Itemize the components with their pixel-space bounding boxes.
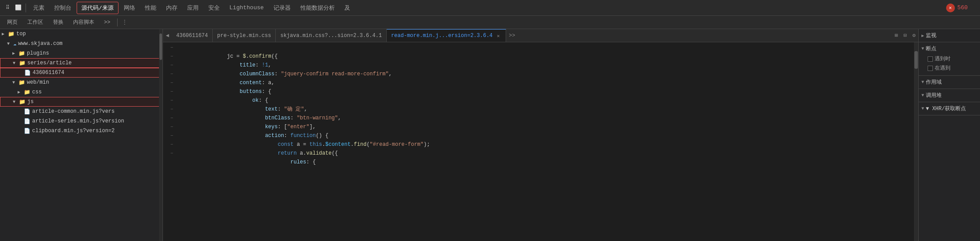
breakpoints-label: 断点	[926, 45, 936, 52]
tabs-back-arrow[interactable]: ◀	[163, 29, 172, 42]
tree-item-article-series[interactable]: 📄 article-series.min.js?version	[0, 116, 163, 126]
tree-item-series-article[interactable]: ▼ 📁 series/article	[0, 58, 163, 68]
breakpoint-checkbox-2[interactable]	[928, 66, 933, 71]
error-badge: ✕	[946, 4, 955, 12]
call-stack-label: 调用堆	[926, 92, 942, 99]
file-tabs: ◀ 4360611674 pre-style.min.css skjava.mi…	[163, 29, 918, 42]
arrow-icon: ▼	[12, 80, 18, 85]
sidebar-scrollbar[interactable]	[159, 29, 163, 241]
tab-elements[interactable]: 元素	[29, 2, 49, 14]
tab-overrides[interactable]: 替换	[48, 17, 68, 27]
tab-page[interactable]: 网页	[3, 17, 22, 27]
tree-item-clipboard[interactable]: 📄 clipboard.min.js?version=2	[0, 126, 163, 136]
tab-sources[interactable]: 源代码/来源	[77, 2, 118, 14]
tree-item-file-4360611674[interactable]: 📄 4360611674	[0, 68, 163, 78]
tree-item-label: 4360611674	[33, 70, 64, 76]
tree-item-label: plugins	[27, 50, 49, 56]
line-dash: –	[167, 122, 176, 131]
tabs-panel-icon[interactable]: ⊞	[892, 29, 901, 42]
watch-section-header[interactable]: ▶ 监视	[921, 31, 977, 40]
main-content: ◀ 4360611674 pre-style.min.css skjava.mi…	[163, 29, 918, 241]
call-stack-section: ▼ 调用堆	[919, 89, 980, 102]
line-dash: –	[167, 131, 176, 140]
code-line: – rules: {	[167, 149, 914, 158]
line-dash: –	[167, 87, 176, 96]
tree-item-css[interactable]: ▶ 📁 css	[0, 87, 163, 97]
tree-item-plugins[interactable]: ▶ 📁 plugins	[0, 48, 163, 58]
xhr-section-header[interactable]: ▼ ▼ XHR/获取断点	[921, 104, 977, 113]
right-panel: ▶ 监视 ▼ 断点 遇到时 在遇到	[918, 29, 980, 241]
editor-scrollbar[interactable]	[914, 42, 918, 241]
editor-scroll-thumb	[914, 51, 918, 69]
tree-item-skjava[interactable]: ▼ ☁ www.skjava.com	[0, 39, 163, 48]
options-icon[interactable]: ⋮	[120, 19, 129, 26]
folder-icon: 📁	[18, 79, 25, 86]
tree-item-top[interactable]: ▶ 📁 top	[0, 29, 163, 39]
tab-memory[interactable]: 内存	[162, 2, 182, 14]
code-line: – return a.validate({	[167, 140, 914, 149]
file-tab-read-more[interactable]: read-more.min.j...ersion=2.3.6.4 ✕	[387, 29, 506, 42]
tree-item-article-common[interactable]: 📄 article-common.min.js?vers	[0, 107, 163, 116]
xhr-label: ▼ XHR/获取断点	[926, 105, 966, 112]
tabs-settings-icon[interactable]: ⚙	[910, 29, 918, 42]
arrow-icon: ▶	[18, 89, 24, 95]
code-line: – buttons: {	[167, 78, 914, 87]
code-line: – const a = this.$content.find("#read-mo…	[167, 131, 914, 140]
line-dash: –	[167, 140, 176, 149]
arrow-icon: ▼	[13, 100, 19, 104]
tab-performance-insights[interactable]: 性能数据分析	[296, 2, 339, 14]
scope-section-header[interactable]: ▼ 作用域	[921, 78, 977, 87]
file-tab-pre-style[interactable]: pre-style.min.css	[213, 29, 276, 42]
cloud-icon: ☁	[13, 41, 16, 47]
separator	[26, 4, 26, 12]
breakpoint-checkbox-1[interactable]	[928, 56, 933, 62]
line-dash: –	[167, 78, 176, 87]
tab-more[interactable]: 及	[340, 2, 355, 14]
call-stack-header[interactable]: ▼ 调用堆	[921, 91, 977, 100]
tab-recorder[interactable]: 记录器	[269, 2, 295, 14]
tab-performance[interactable]: 性能	[141, 2, 161, 14]
file-tab-label: 4360611674	[176, 33, 208, 39]
tab-network[interactable]: 网络	[119, 2, 140, 14]
tree-item-web-min[interactable]: ▼ 📁 web/min	[0, 78, 163, 87]
file-icon: 📄	[24, 128, 30, 134]
tab-more-second[interactable]: >>	[100, 18, 115, 27]
tabs-more-button[interactable]: >>	[506, 33, 518, 39]
tab-application[interactable]: 应用	[183, 2, 203, 14]
code-content[interactable]: – jc = $.confirm({ – title: !1, –	[163, 42, 914, 241]
tab-security[interactable]: 安全	[204, 2, 224, 14]
line-dash: –	[167, 105, 176, 114]
arrow-icon: ▼	[921, 106, 924, 111]
file-icon: 📄	[24, 118, 30, 125]
tab-content-scripts[interactable]: 内容脚本	[69, 17, 99, 27]
line-dash: –	[167, 52, 176, 61]
file-icon: 📄	[24, 108, 30, 115]
device-toggle-icon[interactable]: ⬜	[13, 3, 23, 13]
code-line: – btnClass: "btn-warning",	[167, 105, 914, 114]
breakpoints-section-header[interactable]: ▼ 断点	[921, 44, 977, 53]
breakpoint-label-1: 遇到时	[935, 55, 950, 63]
close-tab-icon[interactable]: ✕	[495, 33, 501, 39]
tab-console[interactable]: 控制台	[50, 2, 76, 14]
code-line: – jc = $.confirm({	[167, 43, 914, 52]
tabs-split-icon[interactable]: ⊟	[901, 29, 910, 42]
tab-lighthouse[interactable]: Lighthouse	[225, 3, 268, 13]
scope-label: 作用域	[926, 78, 942, 86]
tree-item-js[interactable]: ▼ 📁 js	[0, 97, 163, 107]
devtools-menu-icon[interactable]: ⠿	[3, 3, 12, 13]
breakpoints-section: ▼ 断点 遇到时 在遇到	[919, 42, 980, 76]
tree-item-label: www.skjava.com	[18, 41, 63, 47]
error-count: 560	[958, 4, 968, 11]
code-line: – content: a,	[167, 70, 914, 78]
tab-workspace[interactable]: 工作区	[23, 17, 48, 27]
file-tab-label: read-more.min.j...ersion=2.3.6.4	[391, 33, 492, 39]
breakpoint-item-2: 在遇到	[928, 63, 977, 73]
arrow-icon: ▼	[921, 93, 924, 98]
tree-item-label: top	[16, 31, 26, 37]
tree-item-label: js	[27, 99, 33, 105]
code-line: – columnClass: "jquery-confirm read-more…	[167, 61, 914, 70]
code-text: rules: {	[176, 149, 914, 175]
file-tab-4360611674[interactable]: 4360611674	[172, 29, 213, 42]
tree-item-label: css	[32, 89, 42, 95]
file-tab-skjava-min[interactable]: skjava.min.css?...sion=2.3.6.4.1	[276, 29, 386, 42]
